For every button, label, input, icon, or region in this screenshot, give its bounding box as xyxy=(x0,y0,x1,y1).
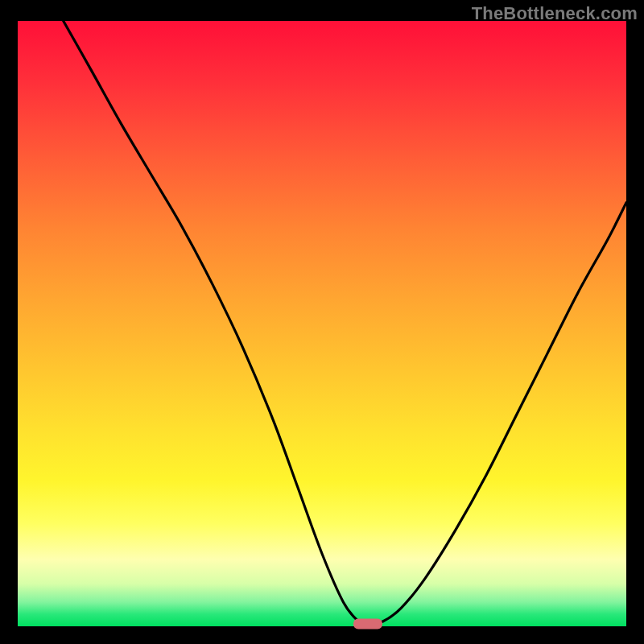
plot-area xyxy=(18,21,626,626)
chart-frame: TheBottleneck.com xyxy=(0,0,644,644)
bottleneck-curve xyxy=(18,21,626,626)
minimum-marker xyxy=(353,618,382,629)
attribution-label: TheBottleneck.com xyxy=(472,3,638,24)
